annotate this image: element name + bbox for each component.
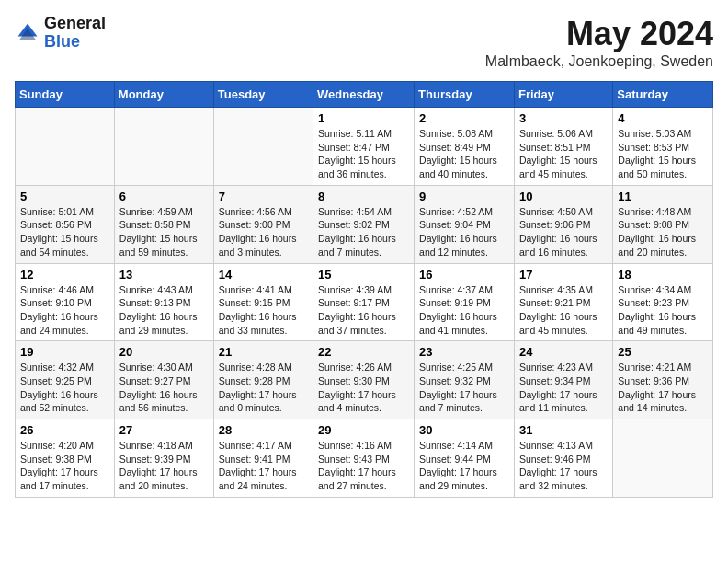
calendar-cell: 21Sunrise: 4:28 AM Sunset: 9:28 PM Dayli…	[213, 341, 313, 419]
day-number: 20	[119, 345, 209, 359]
calendar-cell: 16Sunrise: 4:37 AM Sunset: 9:19 PM Dayli…	[415, 263, 515, 341]
day-info: Sunrise: 4:52 AM Sunset: 9:04 PM Dayligh…	[419, 205, 509, 259]
day-info: Sunrise: 4:34 AM Sunset: 9:23 PM Dayligh…	[618, 283, 708, 338]
month-title: May 2024	[485, 15, 713, 53]
day-info: Sunrise: 5:11 AM Sunset: 8:47 PM Dayligh…	[318, 127, 409, 181]
day-info: Sunrise: 4:54 AM Sunset: 9:02 PM Dayligh…	[318, 205, 409, 259]
day-number: 23	[419, 345, 509, 359]
column-header-friday: Friday	[514, 82, 612, 108]
calendar-cell: 24Sunrise: 4:23 AM Sunset: 9:34 PM Dayli…	[514, 341, 612, 419]
calendar-cell: 18Sunrise: 4:34 AM Sunset: 9:23 PM Dayli…	[613, 263, 713, 341]
calendar-cell: 12Sunrise: 4:46 AM Sunset: 9:10 PM Dayli…	[16, 263, 115, 341]
day-number: 12	[20, 268, 109, 282]
day-number: 4	[618, 111, 708, 125]
calendar-cell: 25Sunrise: 4:21 AM Sunset: 9:36 PM Dayli…	[613, 341, 713, 419]
calendar-cell: 14Sunrise: 4:41 AM Sunset: 9:15 PM Dayli…	[213, 263, 313, 341]
calendar-week-3: 12Sunrise: 4:46 AM Sunset: 9:10 PM Dayli…	[16, 263, 713, 341]
day-number: 5	[20, 190, 109, 203]
calendar-cell: 19Sunrise: 4:32 AM Sunset: 9:25 PM Dayli…	[16, 341, 115, 419]
day-number: 6	[119, 190, 209, 203]
calendar-cell: 29Sunrise: 4:16 AM Sunset: 9:43 PM Dayli…	[313, 419, 415, 498]
day-number: 21	[219, 345, 308, 359]
calendar-cell: 3Sunrise: 5:06 AM Sunset: 8:51 PM Daylig…	[514, 108, 612, 186]
column-header-thursday: Thursday	[415, 82, 515, 108]
day-number: 2	[419, 111, 509, 125]
day-info: Sunrise: 4:28 AM Sunset: 9:28 PM Dayligh…	[219, 361, 308, 415]
calendar-cell: 22Sunrise: 4:26 AM Sunset: 9:30 PM Dayli…	[313, 341, 415, 419]
day-info: Sunrise: 4:16 AM Sunset: 9:43 PM Dayligh…	[318, 439, 409, 493]
day-number: 24	[519, 345, 608, 359]
logo-general-text: General	[44, 15, 106, 33]
day-info: Sunrise: 4:20 AM Sunset: 9:38 PM Dayligh…	[20, 439, 109, 493]
title-block: May 2024 Malmbaeck, Joenkoeping, Sweden	[485, 15, 713, 70]
day-info: Sunrise: 4:50 AM Sunset: 9:06 PM Dayligh…	[519, 205, 608, 259]
logo-icon	[15, 20, 40, 46]
calendar-cell: 11Sunrise: 4:48 AM Sunset: 9:08 PM Dayli…	[613, 185, 713, 263]
logo: General Blue	[15, 15, 106, 52]
calendar-cell: 7Sunrise: 4:56 AM Sunset: 9:00 PM Daylig…	[213, 185, 313, 263]
calendar-cell	[16, 108, 115, 186]
day-info: Sunrise: 4:56 AM Sunset: 9:00 PM Dayligh…	[219, 205, 308, 259]
day-number: 7	[219, 190, 308, 203]
calendar-cell: 9Sunrise: 4:52 AM Sunset: 9:04 PM Daylig…	[415, 185, 515, 263]
day-info: Sunrise: 4:30 AM Sunset: 9:27 PM Dayligh…	[119, 361, 209, 415]
calendar-cell: 27Sunrise: 4:18 AM Sunset: 9:39 PM Dayli…	[114, 419, 213, 498]
day-number: 31	[519, 423, 608, 437]
logo-blue-text: Blue	[44, 33, 106, 52]
column-header-tuesday: Tuesday	[213, 82, 313, 108]
day-number: 11	[618, 190, 708, 203]
calendar-cell: 26Sunrise: 4:20 AM Sunset: 9:38 PM Dayli…	[16, 419, 115, 498]
day-number: 13	[119, 268, 209, 282]
day-info: Sunrise: 4:32 AM Sunset: 9:25 PM Dayligh…	[20, 361, 109, 415]
calendar-cell	[114, 108, 213, 186]
calendar-cell: 20Sunrise: 4:30 AM Sunset: 9:27 PM Dayli…	[114, 341, 213, 419]
calendar-week-5: 26Sunrise: 4:20 AM Sunset: 9:38 PM Dayli…	[16, 419, 713, 498]
day-number: 29	[318, 423, 409, 437]
location-title: Malmbaeck, Joenkoeping, Sweden	[485, 53, 713, 70]
day-info: Sunrise: 5:06 AM Sunset: 8:51 PM Dayligh…	[519, 127, 608, 181]
calendar-cell: 31Sunrise: 4:13 AM Sunset: 9:46 PM Dayli…	[514, 419, 612, 498]
day-info: Sunrise: 4:17 AM Sunset: 9:41 PM Dayligh…	[219, 439, 308, 493]
column-header-saturday: Saturday	[613, 82, 713, 108]
calendar-week-1: 1Sunrise: 5:11 AM Sunset: 8:47 PM Daylig…	[16, 108, 713, 186]
calendar-cell: 17Sunrise: 4:35 AM Sunset: 9:21 PM Dayli…	[514, 263, 612, 341]
calendar-cell: 15Sunrise: 4:39 AM Sunset: 9:17 PM Dayli…	[313, 263, 415, 341]
page-header: General Blue May 2024 Malmbaeck, Joenkoe…	[15, 15, 713, 70]
day-number: 14	[219, 268, 308, 282]
day-number: 15	[318, 268, 409, 282]
calendar-cell: 2Sunrise: 5:08 AM Sunset: 8:49 PM Daylig…	[415, 108, 515, 186]
column-header-sunday: Sunday	[16, 82, 115, 108]
calendar-cell: 10Sunrise: 4:50 AM Sunset: 9:06 PM Dayli…	[514, 185, 612, 263]
calendar-week-4: 19Sunrise: 4:32 AM Sunset: 9:25 PM Dayli…	[16, 341, 713, 419]
calendar-cell: 6Sunrise: 4:59 AM Sunset: 8:58 PM Daylig…	[114, 185, 213, 263]
calendar-cell	[213, 108, 313, 186]
day-number: 8	[318, 190, 409, 203]
day-number: 25	[618, 345, 708, 359]
day-info: Sunrise: 4:21 AM Sunset: 9:36 PM Dayligh…	[618, 361, 708, 415]
day-info: Sunrise: 5:08 AM Sunset: 8:49 PM Dayligh…	[419, 127, 509, 181]
day-number: 1	[318, 111, 409, 125]
calendar-cell: 30Sunrise: 4:14 AM Sunset: 9:44 PM Dayli…	[415, 419, 515, 498]
day-number: 27	[119, 423, 209, 437]
day-info: Sunrise: 4:26 AM Sunset: 9:30 PM Dayligh…	[318, 361, 409, 415]
calendar-cell: 8Sunrise: 4:54 AM Sunset: 9:02 PM Daylig…	[313, 185, 415, 263]
day-info: Sunrise: 4:43 AM Sunset: 9:13 PM Dayligh…	[119, 283, 209, 338]
calendar-cell: 23Sunrise: 4:25 AM Sunset: 9:32 PM Dayli…	[415, 341, 515, 419]
day-number: 28	[219, 423, 308, 437]
day-info: Sunrise: 4:35 AM Sunset: 9:21 PM Dayligh…	[519, 283, 608, 338]
day-number: 16	[419, 268, 509, 282]
calendar-header-row: SundayMondayTuesdayWednesdayThursdayFrid…	[16, 82, 713, 108]
day-info: Sunrise: 4:18 AM Sunset: 9:39 PM Dayligh…	[119, 439, 209, 493]
day-number: 30	[419, 423, 509, 437]
day-number: 10	[519, 190, 608, 203]
day-number: 18	[618, 268, 708, 282]
calendar-week-2: 5Sunrise: 5:01 AM Sunset: 8:56 PM Daylig…	[16, 185, 713, 263]
day-info: Sunrise: 4:13 AM Sunset: 9:46 PM Dayligh…	[519, 439, 608, 493]
day-number: 17	[519, 268, 608, 282]
day-info: Sunrise: 4:25 AM Sunset: 9:32 PM Dayligh…	[419, 361, 509, 415]
calendar-cell: 1Sunrise: 5:11 AM Sunset: 8:47 PM Daylig…	[313, 108, 415, 186]
calendar-cell: 13Sunrise: 4:43 AM Sunset: 9:13 PM Dayli…	[114, 263, 213, 341]
column-header-monday: Monday	[114, 82, 213, 108]
day-info: Sunrise: 5:03 AM Sunset: 8:53 PM Dayligh…	[618, 127, 708, 181]
day-info: Sunrise: 4:41 AM Sunset: 9:15 PM Dayligh…	[219, 283, 308, 338]
